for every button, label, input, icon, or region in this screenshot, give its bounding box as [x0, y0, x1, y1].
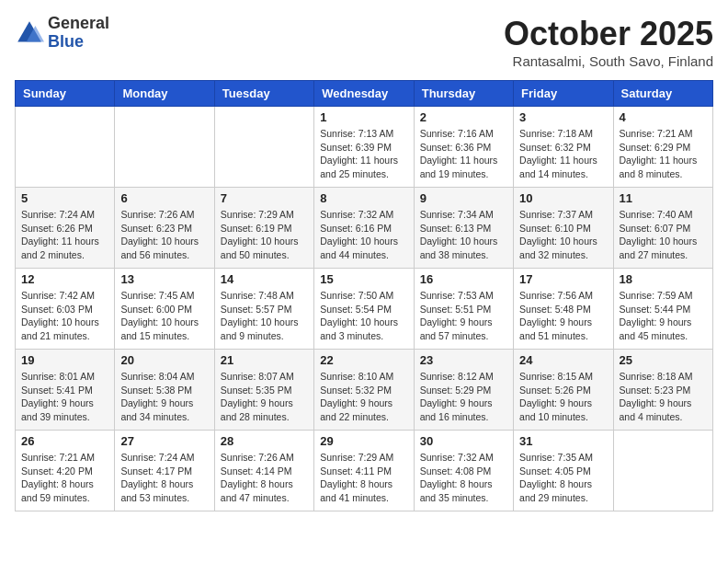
- day-info: Sunrise: 7:45 AM Sunset: 6:00 PM Dayligh…: [120, 289, 208, 343]
- month-title: October 2025: [504, 15, 713, 53]
- day-info: Sunrise: 7:26 AM Sunset: 6:23 PM Dayligh…: [120, 208, 208, 262]
- day-number: 8: [320, 191, 407, 205]
- day-number: 26: [21, 434, 108, 448]
- day-number: 23: [420, 353, 507, 367]
- calendar-cell: 20Sunrise: 8:04 AM Sunset: 5:38 PM Dayli…: [115, 350, 214, 431]
- day-number: 19: [21, 353, 108, 367]
- day-info: Sunrise: 7:56 AM Sunset: 5:48 PM Dayligh…: [519, 289, 607, 343]
- day-number: 9: [420, 191, 507, 205]
- calendar-cell: 29Sunrise: 7:29 AM Sunset: 4:11 PM Dayli…: [314, 431, 414, 511]
- calendar-cell: 28Sunrise: 7:26 AM Sunset: 4:14 PM Dayli…: [214, 431, 313, 511]
- day-info: Sunrise: 7:53 AM Sunset: 5:51 PM Dayligh…: [420, 289, 507, 343]
- calendar-header-friday: Friday: [514, 81, 613, 107]
- day-number: 11: [620, 191, 707, 205]
- day-info: Sunrise: 7:29 AM Sunset: 6:19 PM Dayligh…: [221, 208, 308, 262]
- calendar-header-thursday: Thursday: [414, 81, 513, 107]
- location-subtitle: Rantasalmi, South Savo, Finland: [504, 53, 713, 69]
- day-info: Sunrise: 7:42 AM Sunset: 6:03 PM Dayligh…: [21, 289, 108, 343]
- calendar-cell: 26Sunrise: 7:21 AM Sunset: 4:20 PM Dayli…: [16, 431, 115, 511]
- day-info: Sunrise: 7:24 AM Sunset: 4:17 PM Dayligh…: [120, 451, 208, 505]
- calendar-cell: 14Sunrise: 7:48 AM Sunset: 5:57 PM Dayli…: [214, 269, 313, 350]
- day-number: 4: [620, 110, 707, 124]
- day-number: 7: [221, 191, 308, 205]
- logo-icon: [15, 18, 44, 48]
- calendar-cell: [16, 107, 115, 188]
- calendar-cell: 22Sunrise: 8:10 AM Sunset: 5:32 PM Dayli…: [314, 350, 414, 431]
- day-info: Sunrise: 8:01 AM Sunset: 5:41 PM Dayligh…: [21, 370, 108, 424]
- calendar-table: SundayMondayTuesdayWednesdayThursdayFrid…: [15, 80, 713, 511]
- day-number: 10: [519, 191, 607, 205]
- calendar-cell: 1Sunrise: 7:13 AM Sunset: 6:39 PM Daylig…: [314, 107, 414, 188]
- logo-text: General Blue: [48, 15, 109, 52]
- day-number: 27: [120, 434, 208, 448]
- day-info: Sunrise: 7:18 AM Sunset: 6:32 PM Dayligh…: [519, 127, 607, 181]
- calendar-cell: 27Sunrise: 7:24 AM Sunset: 4:17 PM Dayli…: [115, 431, 214, 511]
- day-info: Sunrise: 8:12 AM Sunset: 5:29 PM Dayligh…: [420, 370, 507, 424]
- day-info: Sunrise: 7:13 AM Sunset: 6:39 PM Dayligh…: [320, 127, 407, 181]
- day-number: 2: [420, 110, 507, 124]
- day-number: 21: [221, 353, 308, 367]
- day-number: 13: [120, 272, 208, 286]
- calendar-week-3: 12Sunrise: 7:42 AM Sunset: 6:03 PM Dayli…: [16, 269, 713, 350]
- day-number: 12: [21, 272, 108, 286]
- calendar-cell: 16Sunrise: 7:53 AM Sunset: 5:51 PM Dayli…: [414, 269, 513, 350]
- day-number: 6: [120, 191, 208, 205]
- day-info: Sunrise: 8:04 AM Sunset: 5:38 PM Dayligh…: [120, 370, 208, 424]
- calendar-cell: [613, 431, 712, 511]
- calendar-cell: [214, 107, 313, 188]
- calendar-cell: 17Sunrise: 7:56 AM Sunset: 5:48 PM Dayli…: [514, 269, 613, 350]
- calendar-cell: 9Sunrise: 7:34 AM Sunset: 6:13 PM Daylig…: [414, 188, 513, 269]
- day-number: 1: [320, 110, 407, 124]
- day-info: Sunrise: 7:21 AM Sunset: 4:20 PM Dayligh…: [21, 451, 108, 505]
- day-info: Sunrise: 7:29 AM Sunset: 4:11 PM Dayligh…: [320, 451, 407, 505]
- calendar-cell: 21Sunrise: 8:07 AM Sunset: 5:35 PM Dayli…: [214, 350, 313, 431]
- day-info: Sunrise: 7:24 AM Sunset: 6:26 PM Dayligh…: [21, 208, 108, 262]
- calendar-week-4: 19Sunrise: 8:01 AM Sunset: 5:41 PM Dayli…: [16, 350, 713, 431]
- calendar-cell: 6Sunrise: 7:26 AM Sunset: 6:23 PM Daylig…: [115, 188, 214, 269]
- calendar-cell: 10Sunrise: 7:37 AM Sunset: 6:10 PM Dayli…: [514, 188, 613, 269]
- calendar-week-2: 5Sunrise: 7:24 AM Sunset: 6:26 PM Daylig…: [16, 188, 713, 269]
- calendar-cell: 8Sunrise: 7:32 AM Sunset: 6:16 PM Daylig…: [314, 188, 414, 269]
- day-info: Sunrise: 7:50 AM Sunset: 5:54 PM Dayligh…: [320, 289, 407, 343]
- calendar-cell: [115, 107, 214, 188]
- calendar-cell: 13Sunrise: 7:45 AM Sunset: 6:00 PM Dayli…: [115, 269, 214, 350]
- calendar-header-saturday: Saturday: [613, 81, 712, 107]
- calendar-cell: 11Sunrise: 7:40 AM Sunset: 6:07 PM Dayli…: [613, 188, 712, 269]
- day-number: 5: [21, 191, 108, 205]
- logo: General Blue: [15, 15, 109, 52]
- calendar-cell: 31Sunrise: 7:35 AM Sunset: 4:05 PM Dayli…: [514, 431, 613, 511]
- day-info: Sunrise: 7:40 AM Sunset: 6:07 PM Dayligh…: [620, 208, 707, 262]
- page-header: General Blue October 2025 Rantasalmi, So…: [15, 15, 713, 69]
- day-info: Sunrise: 7:26 AM Sunset: 4:14 PM Dayligh…: [221, 451, 308, 505]
- day-number: 24: [519, 353, 607, 367]
- calendar-cell: 25Sunrise: 8:18 AM Sunset: 5:23 PM Dayli…: [613, 350, 712, 431]
- calendar-cell: 19Sunrise: 8:01 AM Sunset: 5:41 PM Dayli…: [16, 350, 115, 431]
- day-info: Sunrise: 7:16 AM Sunset: 6:36 PM Dayligh…: [420, 127, 507, 181]
- calendar-cell: 2Sunrise: 7:16 AM Sunset: 6:36 PM Daylig…: [414, 107, 513, 188]
- calendar-header-tuesday: Tuesday: [214, 81, 313, 107]
- calendar-cell: 5Sunrise: 7:24 AM Sunset: 6:26 PM Daylig…: [16, 188, 115, 269]
- day-number: 29: [320, 434, 407, 448]
- day-info: Sunrise: 7:37 AM Sunset: 6:10 PM Dayligh…: [519, 208, 607, 262]
- calendar-cell: 15Sunrise: 7:50 AM Sunset: 5:54 PM Dayli…: [314, 269, 414, 350]
- day-info: Sunrise: 7:34 AM Sunset: 6:13 PM Dayligh…: [420, 208, 507, 262]
- calendar-cell: 30Sunrise: 7:32 AM Sunset: 4:08 PM Dayli…: [414, 431, 513, 511]
- day-info: Sunrise: 7:59 AM Sunset: 5:44 PM Dayligh…: [620, 289, 707, 343]
- day-number: 14: [221, 272, 308, 286]
- calendar-week-1: 1Sunrise: 7:13 AM Sunset: 6:39 PM Daylig…: [16, 107, 713, 188]
- day-number: 18: [620, 272, 707, 286]
- calendar-week-5: 26Sunrise: 7:21 AM Sunset: 4:20 PM Dayli…: [16, 431, 713, 511]
- calendar-cell: 23Sunrise: 8:12 AM Sunset: 5:29 PM Dayli…: [414, 350, 513, 431]
- day-number: 17: [519, 272, 607, 286]
- title-area: October 2025 Rantasalmi, South Savo, Fin…: [504, 15, 713, 69]
- calendar-header-row: SundayMondayTuesdayWednesdayThursdayFrid…: [16, 81, 713, 107]
- day-number: 20: [120, 353, 208, 367]
- logo-general-text: General: [48, 15, 109, 33]
- day-info: Sunrise: 7:35 AM Sunset: 4:05 PM Dayligh…: [519, 451, 607, 505]
- day-number: 30: [420, 434, 507, 448]
- logo-blue-text: Blue: [48, 33, 109, 52]
- calendar-cell: 18Sunrise: 7:59 AM Sunset: 5:44 PM Dayli…: [613, 269, 712, 350]
- day-number: 25: [620, 353, 707, 367]
- day-number: 31: [519, 434, 607, 448]
- day-number: 3: [519, 110, 607, 124]
